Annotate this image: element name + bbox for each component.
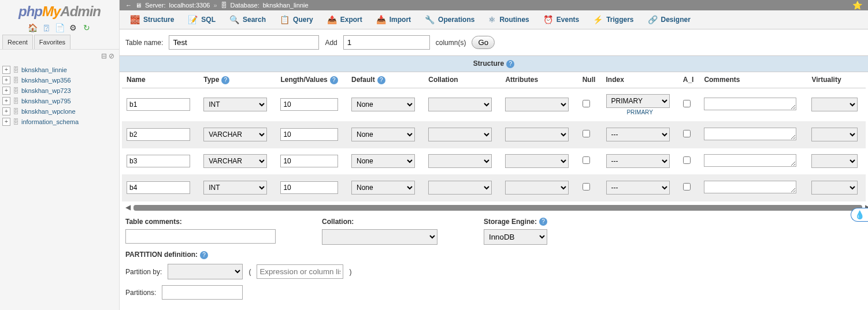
field-comments-input[interactable] xyxy=(704,154,796,167)
field-attributes-select[interactable] xyxy=(505,181,569,195)
field-length-input[interactable] xyxy=(280,181,338,194)
help-icon[interactable]: ? xyxy=(221,76,229,84)
tab-routines[interactable]: ⚛Routines xyxy=(481,10,536,29)
tab-import[interactable]: 📥Import xyxy=(369,10,418,29)
phpmyadmin-logo[interactable]: phpMyAdmin xyxy=(0,0,119,21)
designer-icon: 🔗 xyxy=(648,15,658,24)
field-ai-checkbox[interactable] xyxy=(683,156,691,164)
field-index-select[interactable]: --- xyxy=(606,128,670,141)
field-ai-checkbox[interactable] xyxy=(683,100,691,107)
tab-export[interactable]: 📤Export xyxy=(320,10,369,29)
expand-icon[interactable]: + xyxy=(2,97,10,105)
add-columns-input[interactable] xyxy=(343,35,430,50)
favorite-icon[interactable]: ⭐ xyxy=(852,1,862,10)
field-default-select[interactable]: None xyxy=(351,128,415,141)
db-item[interactable]: +🗄bknskhan_wp356 xyxy=(0,75,119,85)
go-button[interactable]: Go xyxy=(472,36,495,49)
tab-favorites[interactable]: Favorites xyxy=(34,35,71,49)
help-icon[interactable]: ? xyxy=(330,76,338,84)
expand-icon[interactable]: + xyxy=(2,118,10,126)
table-comments-input[interactable] xyxy=(125,229,276,244)
help-icon[interactable]: ? xyxy=(377,76,385,84)
logout-icon[interactable]: ⍰ xyxy=(42,23,51,32)
tab-recent[interactable]: Recent xyxy=(2,35,33,49)
field-comments-input[interactable] xyxy=(704,181,796,193)
field-null-checkbox[interactable] xyxy=(583,156,590,164)
quicklinks-icon[interactable]: ⊘ xyxy=(109,52,114,60)
expand-icon[interactable]: + xyxy=(2,66,10,74)
storage-engine-select[interactable]: InnoDB xyxy=(484,229,547,245)
field-null-checkbox[interactable] xyxy=(583,100,590,107)
tab-events[interactable]: ⏰Events xyxy=(536,10,586,29)
partition-expression-input[interactable] xyxy=(257,264,343,279)
database-link[interactable]: bknskhan_linnie xyxy=(263,2,309,9)
field-attributes-select[interactable] xyxy=(505,154,569,168)
field-default-select[interactable]: None xyxy=(351,181,415,195)
server-link[interactable]: localhost:3306 xyxy=(169,2,210,9)
field-ai-checkbox[interactable] xyxy=(683,130,691,137)
field-length-input[interactable] xyxy=(280,155,338,167)
field-virtuality-select[interactable] xyxy=(811,154,858,168)
db-item[interactable]: +🗄bknskhan_wp795 xyxy=(0,96,119,106)
field-ai-checkbox[interactable] xyxy=(683,183,691,191)
tab-structure[interactable]: 🧱Structure xyxy=(123,10,181,29)
field-type-select[interactable]: VARCHAR xyxy=(203,128,267,141)
field-name-input[interactable] xyxy=(127,98,190,111)
field-collation-select[interactable] xyxy=(428,98,492,111)
field-attributes-select[interactable] xyxy=(505,98,569,111)
horizontal-scrollbar[interactable] xyxy=(133,205,862,211)
field-default-select[interactable]: None xyxy=(351,154,415,168)
field-default-select[interactable]: None xyxy=(351,98,415,111)
field-comments-input[interactable] xyxy=(704,98,796,110)
help-icon[interactable]: ? xyxy=(506,60,514,68)
db-item[interactable]: +🗄information_schema xyxy=(0,117,119,127)
table-name-input[interactable] xyxy=(169,35,319,50)
expand-icon[interactable]: + xyxy=(2,107,10,115)
help-icon[interactable]: ? xyxy=(200,251,208,259)
field-name-input[interactable] xyxy=(127,155,190,167)
collapse-all-icon[interactable]: ⊟ xyxy=(101,52,107,60)
expand-icon[interactable]: + xyxy=(2,76,10,84)
tab-search[interactable]: 🔍Search xyxy=(222,10,273,29)
docs-icon[interactable]: 📄 xyxy=(55,23,64,32)
db-item[interactable]: +🗄bknskhan_wp723 xyxy=(0,85,119,96)
field-virtuality-select[interactable] xyxy=(811,98,858,111)
field-null-checkbox[interactable] xyxy=(583,130,590,137)
expand-icon[interactable]: + xyxy=(2,87,10,95)
db-item[interactable]: +🗄bknskhan_wpclone xyxy=(0,106,119,117)
field-name-input[interactable] xyxy=(127,181,190,194)
field-type-select[interactable]: INT xyxy=(203,181,267,195)
field-collation-select[interactable] xyxy=(428,128,492,141)
field-index-select[interactable]: --- xyxy=(606,154,670,168)
partitions-input[interactable] xyxy=(162,285,243,300)
tab-sql[interactable]: 📝SQL xyxy=(181,10,222,29)
field-virtuality-select[interactable] xyxy=(811,128,858,141)
field-collation-select[interactable] xyxy=(428,181,492,195)
field-comments-input[interactable] xyxy=(704,128,796,140)
collapse-sidebar-icon[interactable]: ← xyxy=(125,2,132,9)
settings-icon[interactable]: ⚙ xyxy=(68,23,77,32)
field-index-select[interactable]: PRIMARY xyxy=(606,94,670,108)
field-type-select[interactable]: VARCHAR xyxy=(203,154,267,168)
field-virtuality-select[interactable] xyxy=(811,181,858,195)
floating-action-icon[interactable]: 💧 xyxy=(851,208,868,222)
field-length-input[interactable] xyxy=(280,98,338,111)
field-attributes-select[interactable] xyxy=(505,128,569,141)
home-icon[interactable]: 🏠 xyxy=(28,23,37,32)
reload-icon[interactable]: ↻ xyxy=(82,23,91,32)
field-type-select[interactable]: INT xyxy=(203,98,267,111)
tab-triggers[interactable]: ⚡Triggers xyxy=(586,10,640,29)
tab-designer[interactable]: 🔗Designer xyxy=(641,10,698,29)
db-item[interactable]: +🗄bknskhan_linnie xyxy=(0,65,119,75)
field-length-input[interactable] xyxy=(280,128,338,141)
field-index-select[interactable]: --- xyxy=(606,181,670,195)
partition-by-select[interactable] xyxy=(168,264,243,279)
tab-operations[interactable]: 🔧Operations xyxy=(418,10,481,29)
field-collation-select[interactable] xyxy=(428,154,492,168)
sql-icon: 📝 xyxy=(188,15,198,24)
collation-select[interactable] xyxy=(322,229,437,245)
field-null-checkbox[interactable] xyxy=(583,183,590,191)
tab-query[interactable]: 📋Query xyxy=(273,10,320,29)
help-icon[interactable]: ? xyxy=(539,218,547,226)
field-name-input[interactable] xyxy=(127,128,190,141)
